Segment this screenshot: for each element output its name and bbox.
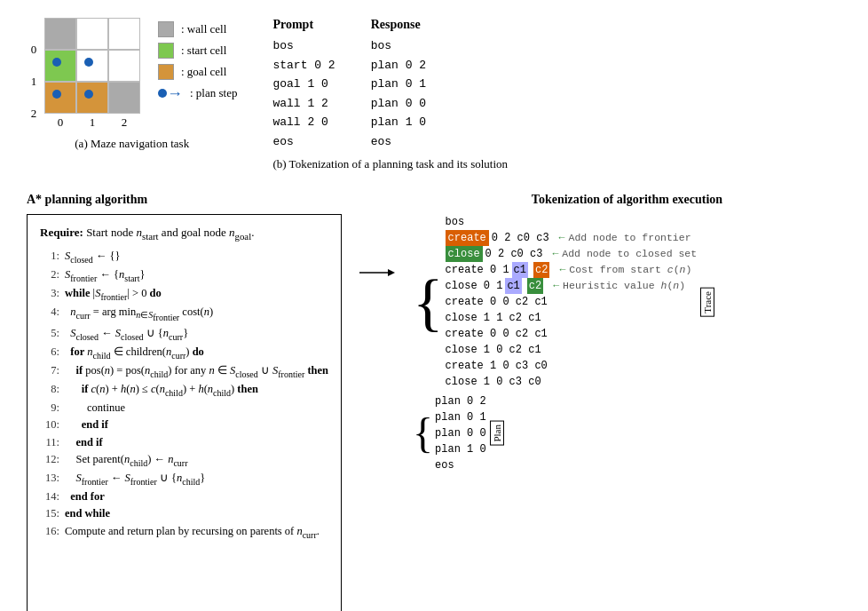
response-header: Response [371,18,426,32]
algo-line-11: 11: end if [40,434,328,451]
x-label-2: 2 [108,115,140,130]
y-label-0: 0 [27,34,41,66]
maze-cell-1-0 [76,82,108,114]
response-row-1: plan 0 2 [371,57,426,75]
x-label-0: 0 [44,115,76,130]
plan-row-4: eos [435,457,486,473]
algo-line-9: 9: continue [40,400,328,417]
legend-goal: : goal cell [158,64,237,80]
algo-box: Require: Start node nstart and goal node… [27,214,342,611]
plan-step-icon: → [158,85,183,101]
algo-line-12: 12: Set parent(nchild) ← ncurr [40,451,328,470]
response-row-2: plan 0 1 [371,75,426,93]
response-row-5: eos [371,133,426,151]
algo-title: A* planning algorithm [27,193,147,207]
annotation-heuristic: ← Heuristic value h(n) [553,278,685,293]
response-row-4: plan 1 0 [371,114,426,131]
token-prompt-col: Prompt bos start 0 2 goal 1 0 wall 1 2 w… [272,18,335,150]
dot-blue [158,89,167,98]
annotation-close: ← Add node to closed set [552,246,697,261]
maze-cell-1-2 [76,18,108,50]
maze-y-labels: 2 1 0 [27,34,41,130]
annotation-cost: ← Cost from start c(n) [559,262,691,277]
exec-line-create-hl: create 0 2 c0 c3 ← Add node to frontier [446,230,698,246]
algo-require: Require: Start node nstart and goal node… [40,224,328,244]
annotation-create: ← Add node to frontier [559,230,691,245]
maze-cell-2-2 [108,18,140,50]
prompt-row-1: start 0 2 [272,57,335,75]
maze-area: 2 1 0 [27,18,237,130]
wall-box [158,21,174,37]
algo-line-6: 6: for nchild ∈ children(ncurr) do [40,344,328,362]
trace-brace: { [413,214,444,390]
exec-line-create-c1: create 0 1 c1 c2 ← Cost from start c(n) [446,262,698,278]
prompt-row-3: wall 1 2 [272,95,335,113]
response-row-3: plan 0 0 [371,95,426,113]
algo-line-5: 5: Sclosed ← Sclosed ∪ {ncurr} [40,325,328,344]
exec-line-bos: bos [446,214,698,230]
prompt-row-0: bos [272,37,335,55]
maze-caption: (a) Maze navigation task [75,137,189,151]
legend-plan: → : plan step [158,85,237,101]
y-label-2: 2 [27,98,41,130]
start-box [158,43,174,59]
response-row-0: bos [371,37,426,55]
prompt-row-4: wall 2 0 [272,114,335,131]
x-label-1: 1 [76,115,108,130]
connecting-arrow [359,193,395,282]
algo-line-8: 8: if c(n) + h(n) ≤ c(nchild) + h(nchild… [40,381,328,400]
algo-line-10: 10: end if [40,417,328,433]
exec-line-close-2: close 1 1 c2 c1 [446,310,698,326]
legend-plan-label: : plan step [190,86,237,100]
maze-x-labels: 0 1 2 [44,115,140,130]
maze-legend: : wall cell : start cell : goal cell → :… [158,21,237,101]
maze-cell-2-1 [108,50,140,82]
legend-start-label: : start cell [181,44,226,58]
prompt-row-2: goal 1 0 [272,75,335,93]
token-response-col: Response bos plan 0 2 plan 0 1 plan 0 0 … [371,18,426,150]
trace-rows: bos create 0 2 c0 c3 ← Add node to front… [446,214,698,390]
top-section: 2 1 0 [27,18,841,171]
exec-line-close-3: close 1 0 c2 c1 [446,342,698,358]
exec-line-create-2: create 0 0 c2 c1 [446,294,698,310]
algo-line-2: 2: Sfrontier ← {nstart} [40,266,328,285]
exec-line-close-4: close 1 0 c3 c0 [446,374,698,390]
goal-box [158,64,174,80]
y-label-1: 1 [27,66,41,98]
algo-line-13: 13: Sfrontier ← Sfrontier ∪ {nchild} [40,470,328,488]
maze-cell-0-0 [44,82,76,114]
svg-marker-1 [388,269,395,276]
exec-line-create-3: create 0 0 c2 c1 [446,326,698,342]
algo-line-16: 16: Compute and return plan by recursing… [40,523,328,542]
legend-wall-label: : wall cell [181,22,226,36]
trace-label: Trace [700,288,714,317]
plan-row-3: plan 1 0 [435,441,486,457]
algo-line-4: 4: ncurr = arg minn∈Sfrontier cost(n) [40,304,328,325]
algo-line-3: 3: while |Sfrontier| > 0 do [40,285,328,304]
plan-group: { plan 0 2 plan 0 1 plan 0 0 plan 1 0 eo… [413,393,841,473]
token-table-area: Prompt bos start 0 2 goal 1 0 wall 1 2 w… [272,18,841,150]
plan-label-wrapper: Plan [490,393,504,473]
arrow-svg [359,264,395,282]
prompt-row-5: eos [272,133,335,151]
legend-start: : start cell [158,43,237,59]
algo-line-7: 7: if pos(n) = pos(nchild) for any n ∈ S… [40,362,328,381]
plan-row-2: plan 0 0 [435,425,486,441]
legend-goal-label: : goal cell [181,65,226,79]
maze-cell-2-0 [108,82,140,114]
trace-label-wrapper: Trace [700,214,714,390]
exec-line-close-c2: close 0 1 c1 c2 ← Heuristic value h(n) [446,278,698,294]
algo-line-1: 1: Sclosed ← {} [40,248,328,266]
trace-group: { bos create 0 2 c0 c3 ← Add node to fro… [413,214,841,390]
token-exec-section: Tokenization of algorithm execution { bo… [413,193,841,473]
exec-title: Tokenization of algorithm execution [413,193,841,207]
maze-cell-0-2 [44,18,76,50]
token-caption: (b) Tokenization of a planning task and … [272,157,841,171]
exec-line-close-hl: close 0 2 c0 c3 ← Add node to closed set [446,246,698,262]
token-section: Prompt bos start 0 2 goal 1 0 wall 1 2 w… [272,18,841,171]
exec-line-create-4: create 1 0 c3 c0 [446,358,698,374]
plan-row-0: plan 0 2 [435,393,486,409]
plan-row-1: plan 0 1 [435,409,486,425]
plan-label: Plan [490,421,504,446]
legend-wall: : wall cell [158,21,237,37]
